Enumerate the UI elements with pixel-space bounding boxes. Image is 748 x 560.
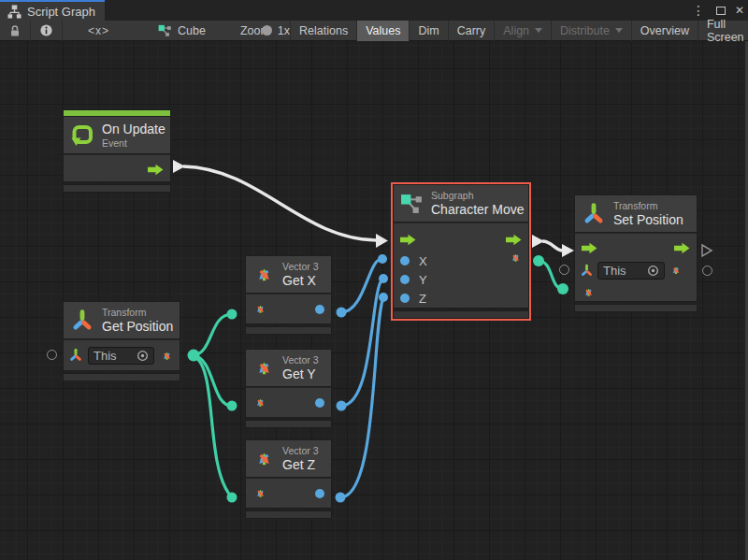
lock-icon bbox=[8, 24, 22, 37]
get-position-this-port[interactable] bbox=[47, 350, 57, 360]
node-subtitle: Event bbox=[102, 137, 165, 150]
object-picker-icon[interactable] bbox=[137, 350, 149, 362]
node-title: Set Position bbox=[613, 212, 683, 228]
vector3-output-port-icon[interactable] bbox=[669, 263, 683, 278]
node-title: Get Z bbox=[282, 457, 319, 473]
subgraph-icon bbox=[400, 192, 424, 215]
toolbar-button-fullscreen[interactable]: Full Screen bbox=[698, 21, 748, 41]
toolbar-button-align[interactable]: Align bbox=[494, 21, 551, 41]
node-footer bbox=[63, 184, 171, 193]
node-get-position[interactable]: Transform Get Position This bbox=[63, 301, 180, 381]
float-output-port[interactable] bbox=[315, 398, 324, 408]
port-label-y: Y bbox=[419, 273, 427, 287]
node-get-x[interactable]: Vector 3 Get X bbox=[245, 255, 332, 335]
node-title: Get Y bbox=[282, 366, 319, 382]
node-footer bbox=[574, 304, 698, 312]
node-footer bbox=[245, 326, 332, 335]
node-footer bbox=[245, 510, 332, 519]
node-subtitle: Vector 3 bbox=[282, 261, 319, 273]
vector3-input-port-icon[interactable] bbox=[252, 395, 268, 410]
code-view-button[interactable]: <x> bbox=[62, 21, 135, 41]
visual-scripting-window: Script Graph ⋮ ✕ <x> Cube Zoom 1x Relati… bbox=[0, 0, 748, 560]
zoom-value: 1x bbox=[278, 24, 290, 37]
float-input-port-y[interactable] bbox=[400, 275, 410, 284]
script-graph-icon bbox=[7, 5, 22, 19]
toolbar-button-dim[interactable]: Dim bbox=[409, 21, 447, 41]
float-input-port-x[interactable] bbox=[400, 256, 410, 266]
node-character-move[interactable]: Subgraph Character Move X Y Z bbox=[393, 184, 529, 319]
transform-icon bbox=[580, 264, 594, 278]
toolbar-button-relations[interactable]: Relations bbox=[290, 21, 356, 41]
node-footer bbox=[245, 420, 332, 428]
flow-output-port-icon[interactable] bbox=[506, 234, 522, 246]
event-node-color-bar bbox=[63, 109, 171, 116]
vector3-icon bbox=[252, 355, 277, 381]
node-get-z[interactable]: Vector 3 Get Z bbox=[245, 439, 332, 519]
float-input-port-z[interactable] bbox=[400, 294, 410, 303]
graph-context-label: Cube bbox=[178, 24, 206, 37]
set-position-flow-out-port[interactable] bbox=[700, 244, 713, 257]
this-object-field[interactable]: This bbox=[88, 347, 154, 365]
node-footer bbox=[63, 373, 180, 381]
graph-toolbar: <x> Cube Zoom 1x Relations Values Dim Ca… bbox=[0, 21, 748, 41]
toolbar-button-distribute[interactable]: Distribute bbox=[551, 21, 631, 41]
transform-icon bbox=[582, 202, 606, 226]
vector3-icon bbox=[252, 446, 277, 471]
flow-output-port-icon[interactable] bbox=[148, 164, 164, 176]
flow-input-port-icon[interactable] bbox=[582, 242, 597, 254]
port-label-z: Z bbox=[419, 292, 426, 306]
vector3-input-port-icon[interactable] bbox=[252, 301, 268, 317]
set-position-value-out-port[interactable] bbox=[702, 266, 712, 276]
lock-button[interactable] bbox=[0, 21, 30, 41]
graph-context-breadcrumb[interactable]: Cube bbox=[150, 21, 214, 41]
node-title: On Update bbox=[102, 122, 165, 137]
set-position-this-port[interactable] bbox=[559, 265, 569, 275]
vector3-output-port-icon[interactable] bbox=[508, 250, 524, 266]
dropdown-arrow-icon bbox=[615, 28, 623, 33]
node-subtitle: Vector 3 bbox=[282, 445, 319, 457]
dropdown-arrow-icon bbox=[535, 28, 542, 33]
node-subtitle: Transform bbox=[102, 307, 173, 319]
zoom-slider-handle[interactable] bbox=[262, 25, 272, 36]
node-on-update[interactable]: On Update Event bbox=[63, 109, 171, 193]
float-output-port[interactable] bbox=[315, 305, 324, 314]
node-footer bbox=[393, 310, 529, 319]
port-label-x: X bbox=[419, 254, 427, 268]
info-icon bbox=[39, 23, 53, 37]
tab-bar: Script Graph ⋮ ✕ bbox=[0, 0, 748, 21]
flow-output-port-icon[interactable] bbox=[674, 242, 690, 254]
graph-context-icon bbox=[158, 23, 172, 37]
window-close-button[interactable]: ✕ bbox=[735, 4, 744, 17]
flow-input-port-icon[interactable] bbox=[400, 234, 416, 246]
toolbar-button-carry[interactable]: Carry bbox=[448, 21, 495, 41]
node-set-position[interactable]: Transform Set Position This bbox=[574, 194, 698, 312]
window-menu-button[interactable]: ⋮ bbox=[690, 3, 707, 18]
toolbar-button-values[interactable]: Values bbox=[356, 21, 409, 41]
window-maximize-button[interactable] bbox=[716, 7, 726, 15]
node-title: Get X bbox=[282, 273, 319, 289]
code-icon: <x> bbox=[71, 24, 126, 37]
node-subtitle: Transform bbox=[613, 200, 683, 212]
vector3-input-port-icon[interactable] bbox=[581, 284, 597, 300]
tab-title: Script Graph bbox=[27, 5, 95, 19]
vector3-input-port-icon[interactable] bbox=[252, 485, 268, 501]
toolbar-button-overview[interactable]: Overview bbox=[631, 21, 698, 41]
on-update-loop-icon bbox=[70, 123, 94, 148]
float-output-port[interactable] bbox=[315, 489, 324, 498]
tab-script-graph[interactable]: Script Graph bbox=[0, 0, 105, 21]
this-object-field[interactable]: This bbox=[597, 262, 665, 280]
transform-icon bbox=[68, 348, 83, 363]
transform-icon bbox=[70, 309, 94, 333]
vector3-icon bbox=[252, 262, 277, 287]
node-title: Character Move bbox=[431, 202, 525, 218]
info-button[interactable] bbox=[30, 21, 62, 41]
vector3-output-port-icon[interactable] bbox=[159, 348, 175, 364]
node-subtitle: Vector 3 bbox=[282, 354, 319, 366]
node-title: Get Position bbox=[102, 319, 173, 335]
node-get-y[interactable]: Vector 3 Get Y bbox=[245, 349, 332, 428]
node-subtitle: Subgraph bbox=[431, 190, 525, 202]
object-picker-icon[interactable] bbox=[647, 265, 659, 277]
